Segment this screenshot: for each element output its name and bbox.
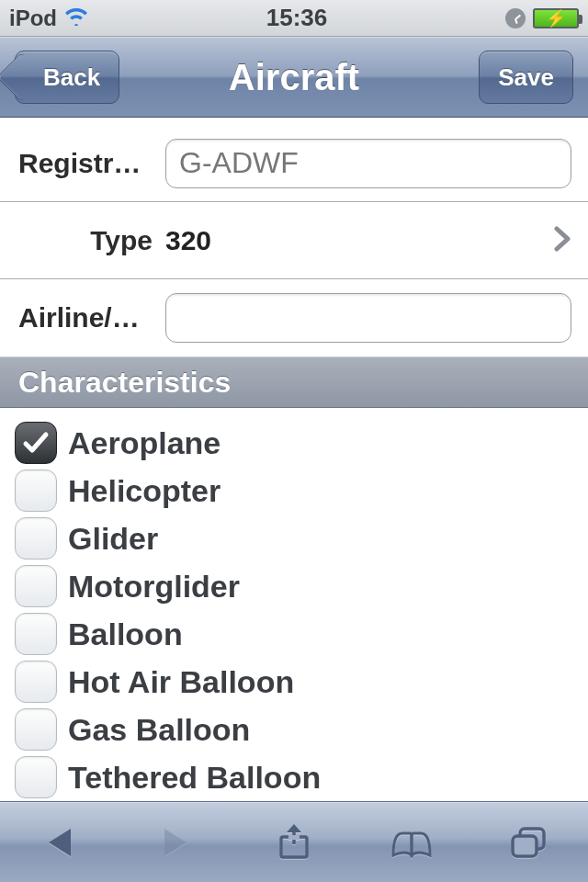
checkbox-label: Balloon [68,616,183,652]
list-item[interactable]: Glider [15,514,573,562]
status-bar: iPod 15:36 ⚡ [0,0,588,37]
svg-marker-1 [164,829,187,856]
chevron-right-icon [553,220,571,261]
clock-icon [505,8,526,28]
checkbox[interactable] [15,565,57,607]
browser-toolbar [0,801,588,882]
svg-rect-4 [288,835,300,840]
checkbox[interactable] [15,517,57,560]
checkbox-label: Glider [68,521,158,557]
save-button[interactable]: Save [479,51,573,104]
registration-label: Registrati... [18,148,165,179]
type-value: 320 [165,225,553,256]
characteristics-list: AeroplaneHelicopterGliderMotorgliderBall… [0,408,588,801]
checkbox[interactable] [15,661,57,703]
checkbox-label: Hot Air Balloon [68,664,294,700]
registration-row: Registrati... [0,125,588,202]
type-label: Type [18,225,165,256]
battery-icon: ⚡ [533,8,579,28]
characteristics-header: Characteristics [0,356,588,408]
svg-rect-6 [513,836,537,856]
page-title: Aircraft [229,57,359,98]
svg-marker-0 [49,829,71,856]
svg-marker-3 [287,824,301,832]
list-item[interactable]: Aeroplane [15,419,573,467]
nav-header: Back Aircraft Save [0,37,588,118]
share-button[interactable] [254,815,334,870]
list-item[interactable]: Balloon [15,610,573,658]
airline-label: Airline/O... [18,302,165,334]
type-row[interactable]: Type 320 [0,202,588,279]
checkbox-label: Helicopter [68,473,220,509]
save-button-label: Save [498,63,554,92]
checkbox[interactable] [15,708,57,751]
clock-label: 15:36 [266,4,328,32]
forward-nav-button[interactable] [136,815,217,870]
registration-input[interactable] [165,139,571,188]
checkbox[interactable] [15,613,57,655]
checkbox[interactable] [15,469,57,512]
bookmarks-button[interactable] [371,815,452,870]
back-nav-button[interactable] [18,815,99,870]
airline-row: Airline/O... [0,279,588,356]
back-button-label: Back [43,63,100,92]
checkbox-label: Gas Balloon [68,712,250,748]
tabs-button[interactable] [489,815,570,870]
checkbox[interactable] [15,756,57,798]
list-item[interactable]: Motorglider [15,562,573,610]
back-button[interactable]: Back [15,51,119,104]
checkbox-label: Aeroplane [68,425,220,461]
checkbox-label: Motorglider [68,569,240,605]
checkbox-label: Tethered Balloon [68,760,321,796]
list-item[interactable]: Gas Balloon [15,706,573,753]
wifi-icon [64,6,88,31]
list-item[interactable]: Hot Air Balloon [15,658,573,706]
list-item[interactable]: Helicopter [15,467,573,514]
list-item[interactable]: Tethered Balloon [15,753,573,801]
checkbox[interactable] [15,422,57,464]
airline-input[interactable] [165,293,571,343]
carrier-label: iPod [9,6,57,31]
content-area: Registrati... Type 320 Airline/O... Char… [0,118,588,801]
